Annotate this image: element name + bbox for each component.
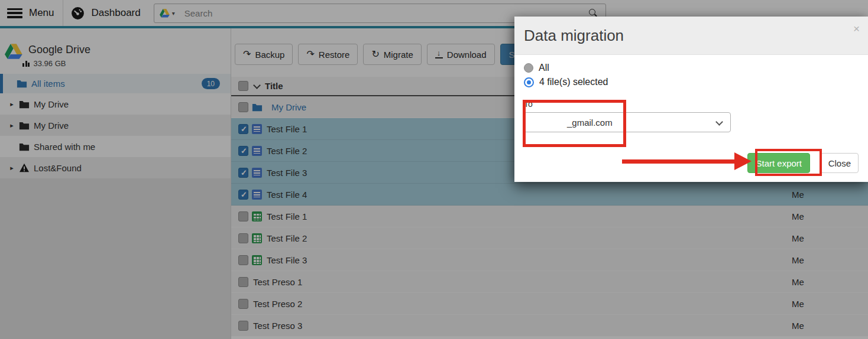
start-export-label: Start export <box>756 158 802 168</box>
close-icon[interactable]: × <box>853 22 860 35</box>
destination-account-select[interactable]: _gmail.com <box>524 112 731 132</box>
radio-selected-icon[interactable] <box>524 77 534 87</box>
data-migration-modal: Data migration × All 4 file(s) selected … <box>514 17 868 182</box>
select-chevron-icon <box>715 118 723 126</box>
app-screen: Menu Dashboard ▾ <box>0 0 868 339</box>
modal-header: Data migration <box>514 17 868 55</box>
start-export-button[interactable]: Start export <box>747 153 810 173</box>
modal-title: Data migration <box>524 27 624 45</box>
radio-unselected-icon[interactable] <box>524 63 533 73</box>
radio-selected-label: 4 file(s) selected <box>539 77 608 87</box>
radio-option-all[interactable]: All <box>524 63 549 73</box>
to-label: To <box>524 99 533 109</box>
destination-account-value: _gmail.com <box>567 118 613 128</box>
close-button[interactable]: Close <box>821 153 859 173</box>
radio-all-label: All <box>539 63 549 73</box>
close-button-label: Close <box>828 158 851 168</box>
radio-option-files-selected[interactable]: 4 file(s) selected <box>524 77 608 87</box>
